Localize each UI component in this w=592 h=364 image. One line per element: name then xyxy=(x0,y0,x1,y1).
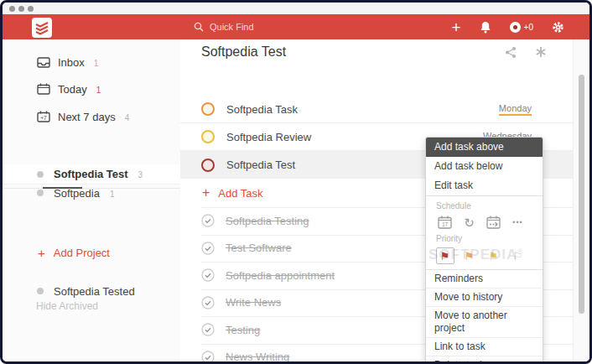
next-7-days-count: 4 xyxy=(125,113,130,122)
priority-label: Priority xyxy=(426,233,543,244)
inbox-label: Inbox xyxy=(58,56,85,69)
schedule-label: Schedule xyxy=(426,200,543,211)
check-circle-icon[interactable] xyxy=(201,214,215,227)
add-project-button[interactable]: + Add Project xyxy=(3,243,180,262)
project-count: 3 xyxy=(138,170,143,179)
scrollbar-track[interactable] xyxy=(573,39,589,361)
notifications-bell-icon[interactable] xyxy=(480,21,491,34)
page-title: Softpedia Test xyxy=(201,44,286,60)
task-name: Softpedia Task xyxy=(226,103,487,116)
share-project-icon[interactable] xyxy=(505,46,517,59)
next-7-days-calendar-icon: +7 xyxy=(37,111,50,122)
quick-add-task-icon[interactable]: + xyxy=(451,19,460,35)
project-item-softpedia-test[interactable]: Softpedia Test 3 xyxy=(3,164,180,184)
task-checkbox-priority1[interactable] xyxy=(201,159,215,172)
inbox-icon xyxy=(37,57,50,68)
today-count: 1 xyxy=(96,86,101,95)
app-window: Quick Find + +0 Inbox xyxy=(0,0,592,364)
menu-item-move-to-history[interactable]: Move to history xyxy=(426,288,543,306)
karma-icon xyxy=(510,22,521,33)
schedule-date-icon[interactable]: 17 xyxy=(433,216,457,229)
next-7-days-label: Next 7 days xyxy=(58,111,116,123)
flag-red-icon: ⚑ xyxy=(440,251,450,262)
menu-item-add-task-above[interactable]: Add task above xyxy=(426,138,543,157)
completed-task-name: Write News xyxy=(226,296,281,309)
menu-item-delete-task[interactable]: Delete task xyxy=(426,356,543,364)
karma-menu[interactable]: +0 xyxy=(510,22,533,33)
todoist-logo-chevrons xyxy=(34,20,49,35)
menu-item-move-to-another-project[interactable]: Move to another project xyxy=(426,306,543,337)
check-circle-icon[interactable] xyxy=(201,296,215,309)
inbox-count: 1 xyxy=(94,59,99,68)
app-header: Quick Find + +0 xyxy=(3,14,589,39)
schedule-section: Schedule 17 ↻ xyxy=(426,196,543,269)
search-icon xyxy=(194,22,204,32)
settings-gear-icon[interactable] xyxy=(552,21,564,34)
menu-item-link-to-task[interactable]: Link to task xyxy=(426,337,543,356)
karma-count: +0 xyxy=(524,23,533,32)
task-checkbox-priority2[interactable] xyxy=(201,102,215,116)
project-name: Softpedia xyxy=(54,187,100,200)
schedule-postpone-icon[interactable] xyxy=(481,216,506,229)
titlebar xyxy=(3,3,589,14)
priority-3-flag[interactable]: ⚑ xyxy=(481,251,506,262)
project-item-softpedia[interactable]: Softpedia 1 xyxy=(3,184,180,202)
scrollbar-thumb[interactable] xyxy=(579,75,584,314)
flag-outline-icon: ⚐ xyxy=(513,251,523,262)
menu-item-reminders[interactable]: Reminders xyxy=(426,270,543,288)
completed-task-name: Testing xyxy=(226,324,260,336)
sidebar-item-next-7-days[interactable]: +7 Next 7 days 4 xyxy=(3,106,180,127)
task-row[interactable]: Softpedia Task Monday xyxy=(180,96,574,123)
add-project-label: Add Project xyxy=(54,247,110,259)
priority-1-flag-selected[interactable]: ⚑ xyxy=(433,247,457,264)
check-circle-icon[interactable] xyxy=(201,242,215,255)
due-date[interactable]: Monday xyxy=(499,103,532,116)
next7-badge: +7 xyxy=(40,115,47,121)
check-circle-icon[interactable] xyxy=(201,268,215,282)
quick-find-search[interactable]: Quick Find xyxy=(194,18,254,35)
project-name: Softpedia Test xyxy=(54,168,128,180)
completed-task-name: Softpedia appointment xyxy=(226,269,335,282)
project-actions-icon[interactable] xyxy=(535,46,547,58)
flag-yellow-icon: ⚑ xyxy=(489,251,499,262)
completed-task-name: News Writing xyxy=(226,351,289,363)
search-placeholder: Quick Find xyxy=(210,22,254,32)
project-color-dot xyxy=(37,190,44,196)
flag-orange-icon: ⚑ xyxy=(465,251,475,262)
project-count: 1 xyxy=(110,190,115,199)
today-label: Today xyxy=(58,83,87,96)
completed-task-name: Test Software xyxy=(226,242,292,254)
priority-4-flag[interactable]: ⚐ xyxy=(506,251,530,262)
menu-item-edit-task[interactable]: Edit task xyxy=(426,176,543,195)
check-circle-icon[interactable] xyxy=(201,323,215,336)
add-task-label: Add Task xyxy=(218,187,262,200)
sidebar-item-today[interactable]: Today 1 xyxy=(3,78,180,100)
project-color-dot xyxy=(37,288,44,294)
project-item-softpedia-tested-archived[interactable]: Softpedia Tested xyxy=(3,282,180,300)
today-calendar-icon xyxy=(37,83,50,95)
zoom-window-button[interactable] xyxy=(28,6,34,12)
schedule-more-icon[interactable]: ••• xyxy=(506,219,530,226)
project-name: Softpedia Tested xyxy=(54,285,135,298)
task-checkbox-priority3[interactable] xyxy=(201,130,215,143)
project-color-dot xyxy=(37,171,44,178)
hide-archived-link[interactable]: Hide Archived xyxy=(36,300,98,312)
sidebar-item-inbox[interactable]: Inbox 1 xyxy=(3,51,180,73)
close-window-button[interactable] xyxy=(9,6,15,12)
calendar-day-number: 17 xyxy=(442,221,449,227)
todoist-logo-icon[interactable] xyxy=(32,18,52,38)
schedule-repeat-icon[interactable]: ↻ xyxy=(457,216,481,229)
plus-icon: + xyxy=(202,186,210,200)
priority-2-flag[interactable]: ⚑ xyxy=(457,251,481,262)
check-circle-icon[interactable] xyxy=(201,351,215,364)
completed-task-name: Softpedia Testing xyxy=(226,215,309,227)
task-context-menu: Add task above Add task below Edit task … xyxy=(425,137,543,364)
minimize-window-button[interactable] xyxy=(18,6,24,12)
plus-icon: + xyxy=(38,247,45,259)
menu-item-add-task-below[interactable]: Add task below xyxy=(426,157,543,176)
sidebar: Inbox 1 Today 1 +7 Next 7 days 4 xyxy=(3,39,181,361)
